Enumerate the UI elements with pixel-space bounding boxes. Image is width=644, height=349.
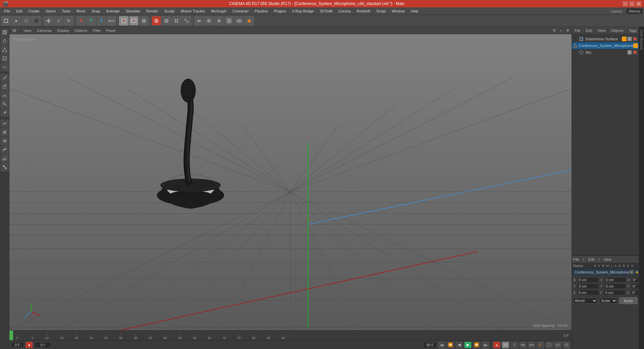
layout-value[interactable]: Startup	[626, 8, 643, 14]
menu-select[interactable]: Select	[43, 8, 59, 14]
menu-character[interactable]: Character	[230, 8, 251, 14]
edge-mode-button[interactable]: ⬡	[21, 16, 31, 26]
obj-objects[interactable]: Objects	[609, 28, 625, 33]
minimize-button[interactable]: ─	[623, 1, 628, 6]
attr-icon-x[interactable]: X	[631, 264, 634, 267]
menu-snap[interactable]: Snap	[89, 8, 103, 14]
lt-edge-button[interactable]	[1, 46, 9, 54]
vt-display[interactable]: Display	[56, 28, 70, 33]
poly-mode-button[interactable]: ⬛	[32, 16, 41, 26]
attr-icon-d[interactable]: D	[622, 264, 626, 267]
menu-mesh[interactable]: Mesh	[74, 8, 88, 14]
display-mode-button[interactable]	[162, 16, 171, 26]
vt-panel[interactable]: Panel	[105, 28, 117, 33]
snap-button[interactable]	[152, 16, 161, 26]
hair-button[interactable]	[204, 16, 214, 26]
render-region-button[interactable]	[119, 16, 128, 26]
rotate-tool-button[interactable]: ↻	[64, 16, 73, 26]
lt-smooth-button[interactable]	[1, 119, 9, 128]
current-frame-input[interactable]	[11, 342, 24, 348]
menu-vray[interactable]: V-Ray Bridge	[289, 8, 317, 14]
attr-p-val[interactable]	[631, 284, 639, 289]
next-keyframe-button[interactable]: ⏩	[473, 342, 480, 348]
attr-icon-r[interactable]: R	[601, 264, 605, 267]
attr-scale-dropdown[interactable]: Scale	[599, 298, 618, 304]
lt-point-button[interactable]	[1, 37, 9, 45]
close-button[interactable]: ✕	[636, 1, 641, 6]
model-mode-button[interactable]	[1, 16, 11, 26]
goto-start-button[interactable]: ⏮	[438, 342, 445, 348]
obj-item-microphone[interactable]: Conference_System_Microphone 👁 🔴	[572, 42, 639, 49]
attr-icon-v[interactable]: V	[597, 264, 601, 267]
light-button[interactable]	[245, 16, 254, 26]
menu-window[interactable]: Window	[389, 8, 408, 14]
attr-y-rot[interactable]	[604, 284, 626, 289]
grid-button[interactable]	[172, 16, 181, 26]
menu-sculpt[interactable]: Sculpt	[162, 8, 177, 14]
attr-z-pos[interactable]	[577, 290, 599, 295]
lt-spline-button[interactable]	[1, 91, 9, 99]
move-tool-button[interactable]	[44, 16, 53, 26]
pb-mode2[interactable]	[528, 342, 535, 348]
z-axis-button[interactable]: Z	[97, 16, 106, 26]
render-viewport-button[interactable]	[129, 16, 139, 26]
dynamics-button[interactable]	[214, 16, 224, 26]
attr-obj-vis[interactable]: 👁	[629, 270, 634, 275]
attr-apply-button[interactable]: Apply	[619, 297, 637, 304]
menu-mograph[interactable]: MoGraph	[208, 8, 229, 14]
play-forward-button[interactable]: ▶	[464, 342, 472, 348]
attr-x-rot[interactable]	[604, 277, 626, 283]
menu-script[interactable]: Script	[374, 8, 388, 14]
pb-mode5[interactable]	[554, 342, 561, 348]
menu-help[interactable]: Help	[408, 8, 421, 14]
obj-file[interactable]: File	[573, 28, 582, 33]
end-frame-input[interactable]	[423, 342, 437, 348]
viewport-menu-icon[interactable]	[11, 28, 18, 34]
attr-h-val[interactable]	[631, 277, 639, 283]
maximize-button[interactable]: □	[629, 1, 635, 6]
lt-paint-button[interactable]	[1, 109, 9, 117]
menu-simulate[interactable]: Simulate	[123, 8, 143, 14]
menu-animate[interactable]: Animate	[104, 8, 122, 14]
attr-edit[interactable]: Edit	[588, 257, 595, 261]
pb-autokey[interactable]: ⊘	[502, 342, 509, 348]
menu-pipeline[interactable]: Pipeline	[252, 8, 270, 14]
menu-plugins[interactable]: Plugins	[271, 8, 288, 14]
lt-extrude-button[interactable]	[1, 83, 9, 91]
viewport-render-icon[interactable]: ⊕	[565, 28, 570, 33]
pb-mode3[interactable]: P	[537, 342, 544, 348]
attr-file[interactable]: File	[573, 257, 579, 261]
lt-brush-button[interactable]	[1, 100, 9, 108]
menu-edit[interactable]: Edit	[13, 8, 25, 14]
lt-hair-button[interactable]	[1, 137, 9, 145]
deform-button[interactable]	[194, 16, 204, 26]
pb-help[interactable]: ?	[511, 342, 518, 348]
obj-tags[interactable]: Tags	[628, 28, 638, 33]
attr-z-rot[interactable]	[603, 290, 625, 295]
menu-render[interactable]: Render	[144, 8, 161, 14]
pb-record-anim[interactable]: ●	[493, 342, 500, 348]
point-mode-button[interactable]: ●	[11, 16, 21, 26]
obj-view[interactable]: View	[596, 28, 607, 33]
obj-edit[interactable]: Edit	[585, 28, 594, 33]
attr-icon-g[interactable]: G	[618, 264, 622, 267]
style-browser-tab[interactable]: Style Browser	[639, 27, 644, 349]
layout-grid-button[interactable]	[224, 16, 234, 26]
attr-icon-l[interactable]: L	[610, 264, 613, 267]
lt-poly-button[interactable]	[1, 54, 9, 62]
lt-xpresso-button[interactable]	[1, 163, 9, 171]
pb-mode4[interactable]	[545, 342, 553, 348]
frame-field-input[interactable]	[34, 342, 51, 348]
vt-cameras[interactable]: Cameras	[36, 28, 53, 33]
vt-options[interactable]: Options	[73, 28, 89, 33]
attr-y-pos[interactable]	[577, 284, 599, 289]
texture-button[interactable]	[182, 16, 191, 26]
scale-tool-button[interactable]: ⤢	[54, 16, 63, 26]
lt-mograph-button[interactable]	[1, 154, 9, 162]
goto-end-button[interactable]: ⏭	[482, 342, 489, 348]
menu-file[interactable]: File	[1, 8, 13, 14]
menu-tools[interactable]: Tools	[59, 8, 73, 14]
record-button[interactable]: ●	[25, 342, 33, 348]
attr-icon-e[interactable]: E	[627, 264, 630, 267]
viewport-fit-icon[interactable]: ⊞	[551, 28, 557, 33]
